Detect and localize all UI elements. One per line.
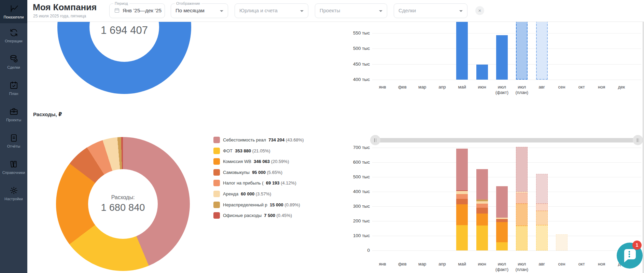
bar-segment <box>476 200 488 201</box>
filter-projects[interactable]: Проекты <box>315 3 387 18</box>
sidebar-item-directories[interactable]: Справочники <box>0 156 27 181</box>
slider-handle-left[interactable] <box>370 135 380 145</box>
sidebar-item-deals[interactable]: Сделки <box>0 51 27 76</box>
x-axis-month-label: июл (факт) <box>491 261 513 273</box>
sidebar-item-projects[interactable]: Проекты <box>0 104 27 128</box>
filter-deals[interactable]: Сделки <box>394 3 467 18</box>
bar-segment <box>476 226 488 250</box>
bar-segment <box>496 186 508 218</box>
legend-item[interactable]: ФОТ 353 880 (21.05%) <box>213 148 270 154</box>
sidebar-item-plan[interactable]: План <box>0 77 27 102</box>
sidebar-item-label: Отчёты <box>7 144 20 148</box>
filter-placeholder: Сделки <box>398 8 416 13</box>
calendar-check-icon <box>9 81 18 90</box>
sidebar-item-label: Проекты <box>6 118 21 122</box>
filter-label: Отображение <box>175 1 201 5</box>
bar-segment <box>456 199 468 204</box>
chevron-down-icon <box>220 10 223 12</box>
sidebar-item-label: План <box>9 92 18 96</box>
chevron-down-icon <box>459 10 463 12</box>
bar-segment <box>536 174 548 203</box>
filter-entities[interactable]: Юрлица и счета <box>235 3 308 18</box>
legend-item[interactable]: Налог на прибыль ( 69 193 (4.12%) <box>213 180 296 186</box>
expenses-bar[interactable] <box>516 0 528 250</box>
expenses-donut-value: 1 680 840 <box>73 202 173 213</box>
legend-item[interactable]: Аренда 60 000 (3.57%) <box>213 191 271 197</box>
bar-segment <box>456 191 468 194</box>
x-axis-month-label: дек <box>611 84 632 90</box>
chart-range-slider-track[interactable] <box>377 138 639 142</box>
sidebar-item-indicators[interactable]: Показатели <box>0 0 27 23</box>
slider-handle-right[interactable] <box>633 135 643 145</box>
filter-value: По месяцам <box>176 8 205 13</box>
expenses-donut-label: Расходы: <box>73 194 173 201</box>
bar-segment <box>476 204 488 208</box>
chat-button[interactable]: 1 <box>617 243 643 269</box>
chevron-down-icon <box>379 10 382 12</box>
scrollbar[interactable] <box>643 22 644 273</box>
legend-item[interactable]: Себестоимость реал 734 204 (43.68%) <box>213 137 304 143</box>
legend-swatch <box>213 169 220 176</box>
sync-icon <box>9 28 18 37</box>
revenue-donut-value: 1 694 407 <box>73 24 176 37</box>
sidebar-item-label: Операции <box>5 39 22 43</box>
x-axis-month-label: авг <box>531 261 552 267</box>
expenses-heading: Расходы, ₽ <box>33 111 62 118</box>
y-axis-tick: 200 тыс <box>342 218 370 223</box>
x-axis-month-label: июл (план) <box>511 261 532 273</box>
sidebar-item-label: Показатели <box>3 15 24 19</box>
legend-text: Налог на прибыль ( 69 193 (4.12%) <box>223 180 296 186</box>
expenses-bar[interactable] <box>496 0 508 250</box>
x-axis-month-label: окт <box>571 261 592 267</box>
bar-segment <box>456 190 468 191</box>
x-axis-month-label: фев <box>392 84 413 90</box>
expenses-bar[interactable] <box>476 0 488 250</box>
chat-badge: 1 <box>632 241 642 250</box>
page-title: Моя Компания <box>33 2 97 13</box>
bar-segment <box>456 225 468 250</box>
filter-label: Период <box>113 1 129 5</box>
gear-icon <box>9 186 18 195</box>
bar-segment <box>516 226 528 250</box>
legend-text: Нераспределенный р 15 000 (0.89%) <box>223 202 300 207</box>
bar-segment <box>456 204 468 225</box>
bar-segment <box>476 208 488 214</box>
filter-display[interactable]: ОтображениеПо месяцам <box>171 3 228 18</box>
expenses-bar[interactable] <box>556 0 568 250</box>
y-axis-tick: 400 тыс <box>342 189 370 194</box>
dashboard-content: 1 694 407 550 тыс500 тыс450 тыс400 тысян… <box>0 0 644 273</box>
legend-item[interactable]: Самовыкупы 95 000 (5.65%) <box>213 169 282 176</box>
y-axis-tick: 100 тыс <box>342 233 370 238</box>
sidebar-item-reports[interactable]: Отчёты <box>0 130 27 154</box>
books-icon <box>9 160 18 169</box>
chevron-down-icon <box>300 10 304 12</box>
legend-swatch <box>213 158 220 165</box>
bar-segment <box>496 219 508 222</box>
legend-item[interactable]: Комиссия WB 346 063 (20.59%) <box>213 158 289 165</box>
x-axis-month-label: июн <box>472 261 493 267</box>
legend-text: Офисные расходы 7 500 (0.45%) <box>223 213 292 218</box>
x-axis-month-label: апр <box>432 261 453 267</box>
y-axis-tick: 500 тыс <box>342 46 370 51</box>
bar-segment <box>536 204 548 211</box>
legend-item[interactable]: Нераспределенный р 15 000 (0.89%) <box>213 202 300 208</box>
filter-period[interactable]: ПериодЯнв ’25—дек ’25 <box>109 3 165 18</box>
expenses-bar[interactable] <box>536 0 548 250</box>
bar-segment <box>456 194 468 199</box>
legend-item[interactable]: Офисные расходы 7 500 (0.45%) <box>213 212 292 219</box>
x-axis-month-label: ноя <box>591 261 612 267</box>
sidebar-item-operations[interactable]: Операции <box>0 25 27 49</box>
bar-segment <box>516 193 528 204</box>
sidebar-item-settings[interactable]: Настройки <box>0 182 27 207</box>
expenses-bar[interactable] <box>456 0 468 250</box>
chart-line-icon <box>9 4 18 13</box>
bar-segment <box>536 211 548 225</box>
gridline <box>372 250 641 251</box>
clear-filters-button[interactable]: × <box>475 6 484 15</box>
bar-segment <box>456 149 468 190</box>
clipboard-icon <box>9 133 18 142</box>
bar-segment <box>516 192 528 193</box>
bar-segment <box>496 218 508 219</box>
sidebar-item-label: Справочники <box>2 170 25 175</box>
legend-text: Комиссия WB 346 063 (20.59%) <box>223 159 289 164</box>
